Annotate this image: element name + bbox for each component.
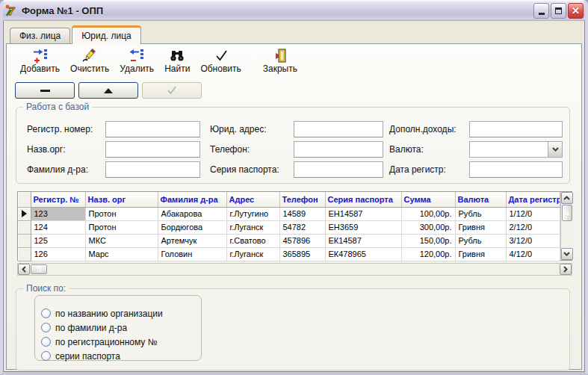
delete-button[interactable]: Удалить (114, 46, 159, 80)
telefon-input[interactable] (294, 141, 383, 158)
col-header-adres[interactable]: Адрес (226, 192, 279, 207)
familia-input[interactable] (105, 161, 200, 178)
cell[interactable]: 150,00р. (401, 234, 455, 247)
scroll-track[interactable] (561, 222, 572, 248)
database-groupbox: Работа с базой Регистр. номер: Юрид. адр… (16, 107, 570, 184)
col-header-seria[interactable]: Серия паспорта (325, 192, 401, 207)
col-header-data-registr[interactable]: Дата регистр (506, 192, 560, 207)
nazv-org-input[interactable] (105, 141, 200, 158)
grid-horizontal-scrollbar[interactable] (17, 263, 572, 276)
cell[interactable]: г.Сватово (226, 234, 279, 247)
cell[interactable]: Гривня (455, 247, 506, 261)
valuta-combobox[interactable] (469, 141, 563, 158)
seria-pasporta-input[interactable] (294, 161, 383, 178)
col-header-regnum[interactable]: Регистр. № (31, 192, 85, 207)
grid-row-1[interactable]: 124 Протон Бордюгова г.Луганск 54782 ЕН3… (18, 220, 560, 234)
cell[interactable]: Артемчук (158, 234, 226, 247)
radio-icon[interactable] (41, 337, 51, 347)
minimize-button[interactable] (533, 3, 549, 19)
radio-icon[interactable] (41, 309, 51, 318)
scroll-left-button[interactable] (18, 264, 30, 275)
grid-vertical-scrollbar[interactable] (560, 192, 572, 260)
cell[interactable]: Рубль (455, 207, 506, 220)
close-form-button[interactable]: Закрыть (258, 46, 303, 80)
cell[interactable]: 457896 (279, 234, 325, 247)
cell[interactable]: г.Луганск (226, 247, 279, 261)
titlebar[interactable]: 7 Форма №1 - ОПП ✕ (0, 0, 588, 21)
cell[interactable]: г.Луганск (226, 220, 279, 234)
chevron-down-icon (563, 252, 570, 256)
cell[interactable]: 125 (31, 234, 85, 247)
nav-insert-button[interactable] (78, 82, 138, 99)
search-option-regnum[interactable]: по регистрационному № (41, 335, 201, 349)
db-grid-table[interactable]: Регистр. № Назв. орг Фамилия д-ра Адрес … (18, 192, 560, 261)
grid-corner-cell (18, 192, 31, 207)
database-fields: Регистр. номер: Юрид. адрес: Дополн.дохо… (27, 119, 569, 179)
radio-icon[interactable] (41, 351, 51, 361)
grid-row-0[interactable]: 123 Протон Абакарова г.Лутугино 14589 ЕН… (18, 207, 560, 220)
tab-yurid-lica[interactable]: Юрид. лица (72, 25, 140, 44)
cell[interactable]: г.Лутугино (226, 207, 279, 220)
refresh-button[interactable]: Обновить (195, 46, 246, 80)
cell[interactable]: Бордюгова (158, 220, 226, 234)
cell[interactable]: 124 (31, 220, 85, 234)
find-button[interactable]: Найти (159, 46, 195, 80)
cell[interactable]: Абакарова (158, 207, 226, 220)
chevron-up-icon (563, 196, 570, 200)
maximize-button[interactable] (551, 3, 566, 19)
valuta-dropdown-button[interactable] (548, 142, 562, 157)
find-button-label: Найти (164, 63, 190, 74)
yurid-adres-input[interactable] (294, 121, 383, 137)
clear-button[interactable]: Очистить (65, 46, 114, 80)
cell[interactable]: 54782 (279, 220, 325, 234)
radio-icon[interactable] (41, 323, 51, 332)
scroll-down-button[interactable] (561, 248, 573, 260)
cell[interactable]: Рубль (455, 234, 506, 247)
scroll-right-button[interactable] (560, 264, 572, 275)
search-option-familia[interactable]: по фамилии д-ра (41, 320, 201, 335)
cell[interactable]: ЕН3659 (325, 220, 401, 234)
cell[interactable]: 4/12/0 (506, 247, 560, 261)
grid-row-3[interactable]: 126 Марс Головин г.Луганск 365895 ЕК4789… (18, 247, 560, 261)
cell[interactable]: 14589 (279, 207, 325, 220)
dopoln-dohody-input[interactable] (469, 121, 563, 137)
vertical-scroll-thumb[interactable] (562, 205, 572, 221)
data-registr-input[interactable] (469, 161, 563, 178)
search-option-passport[interactable]: серии паспорта (41, 349, 201, 363)
col-header-nazv-org[interactable]: Назв. орг (85, 192, 158, 207)
cell[interactable]: 126 (31, 247, 85, 261)
cell[interactable]: 1/12/0 (506, 207, 560, 220)
cell[interactable]: ЕК478965 (325, 247, 401, 261)
cell[interactable]: Гривня (455, 220, 506, 234)
cell[interactable]: Марс (85, 247, 158, 261)
tab-fiz-lica[interactable]: Физ. лица (10, 28, 70, 43)
db-navigator (15, 82, 577, 99)
cell[interactable]: Головин (158, 247, 226, 261)
col-header-telefon[interactable]: Телефон (279, 192, 325, 207)
nav-delete-button[interactable] (15, 82, 75, 99)
col-header-valuta[interactable]: Валюта (455, 192, 506, 207)
add-button[interactable]: Добавить (15, 46, 65, 80)
horizontal-scroll-thumb[interactable] (31, 264, 47, 274)
cell[interactable]: МКС (85, 234, 158, 247)
cell[interactable]: 100,00р. (401, 207, 455, 220)
col-header-summa[interactable]: Сумма (401, 192, 455, 207)
cell[interactable]: ЕН14587 (325, 207, 401, 220)
cell[interactable]: 123 (31, 207, 85, 220)
cell[interactable]: 2/12/0 (506, 220, 560, 234)
cell[interactable]: 300,00р. (401, 220, 455, 234)
cell[interactable]: Протон (85, 207, 158, 220)
scroll-up-button[interactable] (561, 192, 573, 204)
cell[interactable]: 365895 (279, 247, 325, 261)
col-header-familia[interactable]: Фамилия д-ра (158, 192, 226, 207)
grid-row-2[interactable]: 125 МКС Артемчук г.Сватово 457896 ЕК1458… (18, 234, 560, 247)
close-button[interactable]: ✕ (568, 3, 584, 19)
regnum-input[interactable] (105, 121, 200, 137)
cell[interactable]: Протон (85, 220, 158, 234)
row-selector-current (18, 207, 31, 220)
search-option-org[interactable]: по названию организации (41, 306, 201, 320)
cell[interactable]: 120,00р. (401, 247, 455, 261)
cell[interactable]: 3/12/0 (506, 234, 560, 247)
cell[interactable]: ЕК14587 (325, 234, 401, 247)
chevron-down-icon (552, 147, 559, 152)
